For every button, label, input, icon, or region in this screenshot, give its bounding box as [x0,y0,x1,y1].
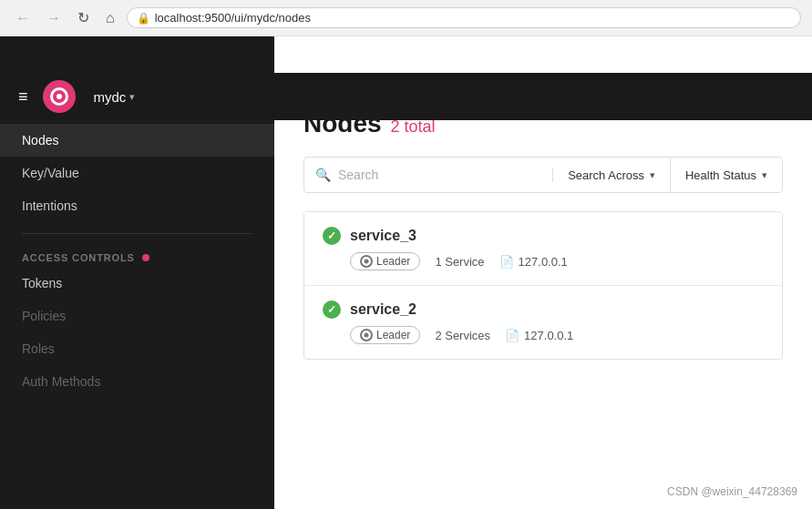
sidebar-item-tokens[interactable]: Tokens [0,267,274,300]
leader-badge-icon [360,255,373,268]
leader-badge-label: Leader [376,255,410,268]
filter-bar: 🔍 Search Across ▾ Health Status ▾ [303,157,783,193]
sidebar-item-auth-methods-label: Auth Methods [22,374,100,389]
access-controls-section: ACCESS CONTROLS [0,245,274,267]
node-status-passing-icon [323,227,341,245]
forward-button[interactable]: → [42,8,66,28]
sidebar-item-intentions-label: Intentions [22,199,77,213]
search-across-button[interactable]: Search Across ▾ [553,158,671,192]
node-name: service_3 [350,228,416,244]
table-row[interactable]: service_3 Leader 1 Service 📄 127.0.0.1 [304,212,782,286]
sidebar-item-nodes[interactable]: Nodes [0,124,274,157]
health-status-button[interactable]: Health Status ▾ [671,158,782,192]
node-ip: 📄 127.0.0.1 [505,329,573,342]
sidebar-item-keyvalue[interactable]: Key/Value [0,157,274,189]
watermark-text: CSDN @weixin_44728369 [667,485,797,498]
node-list: service_3 Leader 1 Service 📄 127.0.0.1 [303,211,783,360]
search-across-chevron-icon: ▾ [650,169,655,181]
sidebar-item-roles-label: Roles [22,341,55,356]
search-across-label: Search Across [568,168,644,182]
url-text: localhost:9500/ui/mydc/nodes [155,11,311,25]
search-section: 🔍 [304,168,553,182]
leader-badge-label: Leader [376,329,410,341]
sidebar-item-roles[interactable]: Roles [0,332,274,365]
top-nav: ≡ mydc ▾ [0,73,812,120]
back-button[interactable]: ← [11,8,35,28]
sidebar-item-auth-methods[interactable]: Auth Methods [0,365,274,398]
node-name: service_2 [350,301,416,318]
lock-icon: 🔒 [137,12,150,25]
browser-bar: ← → ↻ ⌂ 🔒 localhost:9500/ui/mydc/nodes [0,0,812,36]
home-button[interactable]: ⌂ [101,8,119,28]
sidebar-item-intentions[interactable]: Intentions [0,189,274,222]
sidebar-item-policies-label: Policies [22,309,66,323]
sidebar-item-policies[interactable]: Policies [0,300,274,332]
page-count: 2 total [391,117,436,137]
address-bar: 🔒 localhost:9500/ui/mydc/nodes [127,7,801,28]
access-controls-label: ACCESS CONTROLS [22,252,135,263]
health-status-label: Health Status [685,168,756,182]
node-header: service_2 [323,300,764,319]
node-ip-value: 127.0.0.1 [519,255,568,269]
sidebar-item-nodes-label: Nodes [22,133,58,148]
node-services-count: 1 Service [435,255,484,269]
node-ip: 📄 127.0.0.1 [499,255,568,269]
watermark: CSDN @weixin_44728369 [667,485,797,498]
sidebar-item-keyvalue-label: Key/Value [22,166,79,180]
dc-name: mydc [94,89,127,105]
sidebar-nav: Services Nodes Key/Value Intentions ACCE… [0,84,274,405]
dc-chevron-icon: ▾ [129,91,135,103]
consul-logo [43,80,76,113]
leader-badge-icon [360,329,373,341]
node-meta: Leader 1 Service 📄 127.0.0.1 [323,252,764,270]
health-status-chevron-icon: ▾ [762,169,767,181]
dc-selector-button[interactable]: mydc ▾ [87,86,143,108]
node-ip-value: 127.0.0.1 [524,329,573,342]
refresh-button[interactable]: ↻ [73,7,94,28]
node-services-count: 2 Services [435,329,490,342]
access-dot-icon [142,254,149,261]
table-row[interactable]: service_2 Leader 2 Services 📄 127.0.0.1 [304,286,782,359]
node-header: service_3 [323,227,764,245]
sidebar-divider [22,233,252,234]
node-meta: Leader 2 Services 📄 127.0.0.1 [323,326,764,344]
node-badge: Leader [350,326,420,344]
search-input[interactable] [338,168,541,182]
ip-icon: 📄 [505,329,519,342]
node-status-passing-icon [323,300,341,319]
node-badge: Leader [350,252,420,270]
hamburger-button[interactable]: ≡ [15,84,32,110]
sidebar-item-tokens-label: Tokens [22,276,62,290]
search-icon: 🔍 [315,168,331,182]
ip-icon: 📄 [499,255,514,269]
